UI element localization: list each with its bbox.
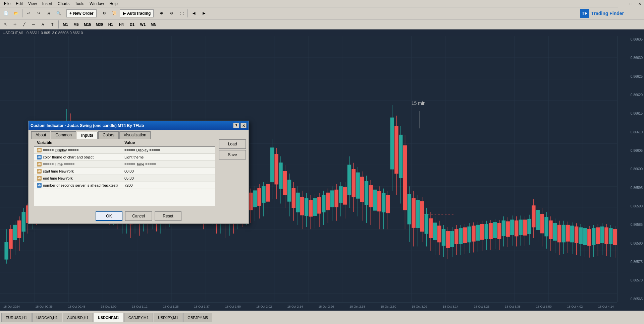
- row-icon-1: ab: [37, 148, 42, 152]
- row-var-text-2: color theme of chart and object: [43, 155, 94, 159]
- row-var-text-3: ===== Time =====: [43, 162, 74, 166]
- row-val-1: ===== Display =====: [124, 148, 212, 152]
- row-var-4: ab start time NewYork: [37, 169, 124, 174]
- ok-button[interactable]: OK: [96, 211, 122, 221]
- header-variable: Variable: [37, 140, 124, 145]
- table-header: Variable Value: [34, 139, 215, 147]
- row-var-3: ab ===== Time =====: [37, 162, 124, 167]
- modal-dialog: Custom Indicator - Judas Swing (one cand…: [28, 121, 249, 224]
- row-val-4[interactable]: 00:00: [124, 169, 212, 173]
- row-var-text-1: ===== Display =====: [43, 148, 78, 152]
- modal-titlebar: Custom Indicator - Judas Swing (one cand…: [29, 121, 249, 130]
- table-row[interactable]: ab end time NewYork 05:30: [34, 175, 215, 182]
- cancel-button[interactable]: Cancel: [125, 211, 152, 221]
- row-val-5[interactable]: 05:30: [124, 176, 212, 180]
- row-icon-4: ab: [37, 169, 42, 174]
- row-var-1: ab ===== Display =====: [37, 148, 124, 152]
- tab-colors[interactable]: Colors: [98, 131, 119, 139]
- reset-button[interactable]: Reset: [155, 211, 181, 221]
- table-row: ab ===== Time ===== ===== Time =====: [34, 161, 215, 168]
- header-value: Value: [124, 140, 212, 145]
- row-var-6: ab number of seconds server is ahead (ba…: [37, 183, 124, 188]
- load-button[interactable]: Load: [219, 139, 246, 149]
- row-val-6[interactable]: 7200: [124, 183, 212, 187]
- row-icon-2: ab: [37, 155, 42, 159]
- row-var-text-4: start time NewYork: [43, 169, 74, 173]
- tab-common[interactable]: Common: [51, 131, 76, 139]
- modal-footer: OK Cancel Reset: [29, 209, 249, 223]
- row-var-text-6: number of seconds server is ahead (backt…: [43, 183, 118, 187]
- row-var-5: ab end time NewYork: [37, 176, 124, 181]
- row-var-2: ab color theme of chart and object: [37, 155, 124, 159]
- row-icon-6: ab: [37, 183, 42, 188]
- modal-title: Custom Indicator - Judas Swing (one cand…: [31, 123, 144, 128]
- row-var-text-5: end time NewYork: [43, 176, 73, 180]
- table-row[interactable]: ab color theme of chart and object Light…: [34, 154, 215, 161]
- table-row[interactable]: ab number of seconds server is ahead (ba…: [34, 182, 215, 189]
- modal-tabs: About Common Inputs Colors Visualization: [29, 130, 249, 139]
- tab-inputs[interactable]: Inputs: [77, 132, 98, 139]
- table-row[interactable]: ab start time NewYork 00:00: [34, 168, 215, 175]
- row-val-2[interactable]: Light theme: [124, 155, 212, 159]
- modal-content: Variable Value ab ===== Display ===== ==…: [34, 139, 215, 206]
- table-row: ab ===== Display ===== ===== Display ===…: [34, 147, 215, 154]
- tab-about[interactable]: About: [31, 131, 50, 139]
- row-icon-3: ab: [37, 162, 42, 167]
- save-button[interactable]: Save: [219, 150, 246, 159]
- table-empty-space: [34, 189, 215, 206]
- row-icon-5: ab: [37, 176, 42, 181]
- row-val-3: ===== Time =====: [124, 162, 212, 166]
- right-panel: Load Save: [219, 139, 246, 209]
- modal-help-button[interactable]: ?: [233, 123, 239, 128]
- tab-visualization[interactable]: Visualization: [119, 131, 151, 139]
- modal-close-button[interactable]: ✕: [240, 123, 247, 128]
- modal-overlay: Custom Indicator - Judas Swing (one cand…: [0, 0, 644, 324]
